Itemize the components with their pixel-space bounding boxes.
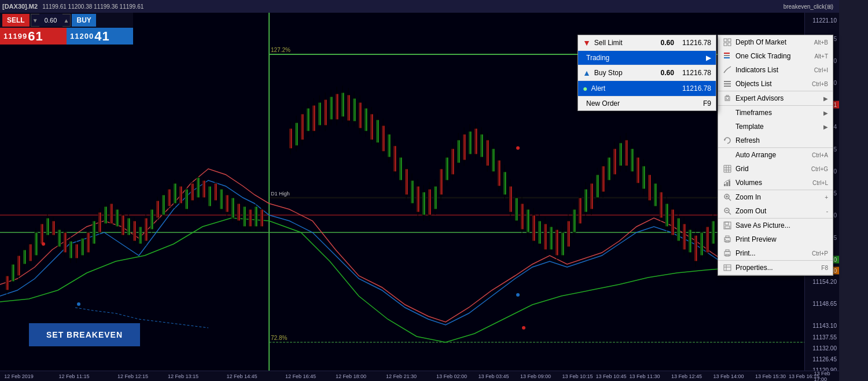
svg-rect-93 xyxy=(249,209,252,227)
menu-item-objects-list[interactable]: Objects List Ctrl+B xyxy=(718,77,833,91)
menu-item-one-click-trading[interactable]: One Click Trading Alt+T xyxy=(718,49,833,63)
quantity-down-icon[interactable]: ▼ xyxy=(31,17,39,24)
svg-rect-209 xyxy=(608,157,610,180)
svg-rect-336 xyxy=(724,265,731,271)
svg-rect-169 xyxy=(492,149,495,172)
svg-rect-294 xyxy=(724,43,727,46)
svg-rect-51 xyxy=(127,218,130,235)
menu-item-grid[interactable]: Grid Ctrl+G xyxy=(718,162,833,176)
zoom-in-icon xyxy=(723,193,732,202)
price-11137: 11137.55 xyxy=(812,334,837,340)
buy-button[interactable]: BUY xyxy=(72,14,95,27)
svg-rect-241 xyxy=(700,232,703,256)
svg-rect-137 xyxy=(399,157,402,180)
svg-rect-129 xyxy=(376,120,379,143)
svg-rect-35 xyxy=(81,238,84,256)
svg-rect-211 xyxy=(613,149,616,175)
menu-item-save-as-picture[interactable]: Save As Picture... xyxy=(718,219,833,232)
menu-item-depth-of-market[interactable]: Depth Of Market Alt+B xyxy=(718,35,833,49)
chart-line-icon xyxy=(723,65,732,75)
svg-rect-155 xyxy=(451,149,454,175)
svg-rect-133 xyxy=(388,134,391,157)
menu-item-print[interactable]: Print... Ctrl+P xyxy=(718,246,833,260)
svg-rect-143 xyxy=(417,186,420,212)
objects-list-label: Objects List xyxy=(735,80,808,88)
alert-icon: ● xyxy=(583,84,587,93)
time-feb12: 12 Feb 2019 xyxy=(4,373,34,379)
svg-rect-11 xyxy=(12,264,14,282)
svg-rect-306 xyxy=(726,99,729,100)
quantity-up-icon[interactable]: ▲ xyxy=(62,17,71,24)
svg-point-291 xyxy=(516,293,520,297)
svg-rect-295 xyxy=(728,43,731,46)
breakeven-button[interactable]: SET BREAKEVEN xyxy=(29,323,140,346)
svg-rect-111 xyxy=(324,99,327,125)
svg-rect-318 xyxy=(729,180,730,186)
alert-item[interactable]: ● Alert 11216.78 xyxy=(578,81,716,97)
menu-item-refresh[interactable]: Refresh xyxy=(718,134,833,147)
svg-rect-300 xyxy=(724,83,731,84)
robot-icon xyxy=(723,94,732,103)
svg-rect-127 xyxy=(370,114,373,140)
menu-item-expert-advisors[interactable]: Expert Advisors ▶ xyxy=(718,91,833,105)
sell-button[interactable]: SELL xyxy=(2,14,30,27)
menu-item-indicators[interactable]: Indicators List Ctrl+I xyxy=(718,63,833,77)
svg-rect-97 xyxy=(260,209,263,227)
quantity-input[interactable] xyxy=(39,14,62,27)
one-click-trading-shortcut: Alt+T xyxy=(814,53,828,60)
objects-list-shortcut: Ctrl+B xyxy=(812,81,828,87)
svg-rect-215 xyxy=(625,140,628,166)
svg-rect-115 xyxy=(336,94,339,120)
new-order-item[interactable]: New Order F9 xyxy=(578,97,716,110)
svg-point-305 xyxy=(728,98,729,99)
svg-rect-227 xyxy=(660,192,663,218)
menu-item-zoom-in[interactable]: Zoom In + xyxy=(718,190,833,204)
auto-arrange-label: Auto Arrange xyxy=(735,151,808,159)
list-icon xyxy=(723,79,732,88)
menu-item-print-preview[interactable]: Print Preview xyxy=(718,232,833,246)
svg-rect-141 xyxy=(411,180,414,204)
new-order-shortcut: F9 xyxy=(703,99,711,108)
svg-rect-199 xyxy=(579,198,582,224)
template-label: Template xyxy=(735,123,820,131)
menu-item-template[interactable]: Template ▶ xyxy=(718,120,833,134)
trading-header-item[interactable]: Trading ▶ xyxy=(578,51,716,65)
svg-point-287 xyxy=(42,242,45,246)
menu-item-timeframes[interactable]: Timeframes ▶ xyxy=(718,106,833,120)
zoom-out-icon xyxy=(723,206,732,216)
svg-rect-213 xyxy=(619,143,622,166)
svg-rect-181 xyxy=(527,209,529,232)
svg-rect-117 xyxy=(341,93,344,117)
sell-limit-value: 0.60 xyxy=(661,39,674,47)
volumes-icon xyxy=(723,178,732,187)
zoom-in-shortcut: + xyxy=(825,194,828,201)
svg-rect-79 xyxy=(208,186,211,206)
buy-stop-item[interactable]: ▲ Buy Stop 0.60 11216.78 xyxy=(578,65,716,81)
symbol-label: [DAX30].M2 xyxy=(2,3,38,10)
svg-rect-173 xyxy=(503,172,506,195)
time-1530: 13 Feb 15:30 xyxy=(755,373,786,379)
svg-rect-167 xyxy=(486,140,489,166)
time-0345: 13 Feb 03:45 xyxy=(479,373,509,379)
menu-item-properties[interactable]: Properties... F8 xyxy=(718,261,833,275)
menu-item-volumes[interactable]: Volumes Ctrl+L xyxy=(718,176,833,190)
menu-item-auto-arrange[interactable]: Auto Arrange Ctrl+A xyxy=(718,148,833,162)
timeframes-arrow: ▶ xyxy=(823,110,828,116)
sell-limit-item[interactable]: ▼ Sell Limit 0.60 11216.78 xyxy=(578,35,716,51)
time-1400: 13 Feb 14:00 xyxy=(713,373,744,379)
svg-rect-91 xyxy=(243,206,246,227)
bid-value: 61 xyxy=(28,29,43,44)
menu-item-zoom-out[interactable]: Zoom Out - xyxy=(718,204,833,218)
svg-rect-41 xyxy=(98,212,101,232)
svg-text:127.2%: 127.2% xyxy=(271,47,290,53)
svg-rect-121 xyxy=(353,98,356,121)
svg-rect-153 xyxy=(446,157,448,180)
grid-shortcut: Ctrl+G xyxy=(811,166,828,172)
svg-point-288 xyxy=(516,146,520,150)
svg-rect-317 xyxy=(726,182,728,186)
time-1700: 13 Feb 17:00 xyxy=(814,371,840,382)
svg-point-332 xyxy=(724,239,726,240)
svg-rect-203 xyxy=(590,183,593,209)
svg-rect-229 xyxy=(665,204,668,227)
svg-line-324 xyxy=(729,212,731,214)
